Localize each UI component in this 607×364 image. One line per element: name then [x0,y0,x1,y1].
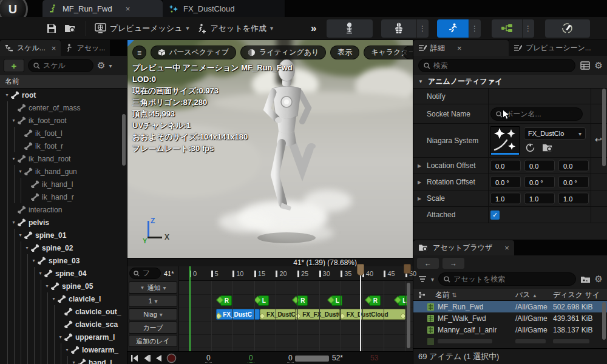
bone-row-interaction[interactable]: interaction [0,203,127,216]
tree-column-header[interactable]: 名前 [0,75,127,89]
location-offset-field-x[interactable]: 0.0 [490,160,521,172]
bone-row-pelvis[interactable]: ▾pelvis [0,216,127,229]
range-max-value[interactable]: 52* [331,354,344,362]
anim-notify-section-header[interactable]: ▼ アニムノーティファイ [413,75,607,89]
bone-row-clavicle_out_[interactable]: clavicle_out_ [0,305,127,318]
hierarchy-column-icon[interactable] [418,291,426,298]
bone-row-spine_03[interactable]: ▾spine_03 [0,254,127,267]
skip-to-start-button[interactable] [130,354,139,363]
location-offset-field-z[interactable]: 0.0 [558,160,589,172]
asset-row-partial[interactable] [413,335,607,347]
bone-row-spine_04[interactable]: ▾spine_04 [0,267,127,280]
gear-icon[interactable]: ⚙ [97,60,105,71]
playhead-handle[interactable] [357,264,364,275]
niagara-notify-block[interactable]: FX_DustCloud [340,309,405,320]
blueprint-mode-options-button[interactable]: ⋮ [522,19,534,38]
display-filter-icon[interactable] [580,61,590,70]
bone-row-root[interactable]: ▾root [0,89,127,101]
scale-field-y[interactable]: 1.0 [524,193,555,204]
physics-mode-button[interactable] [545,19,590,38]
sequence-end-marker[interactable] [404,264,411,274]
expand-toolbar-button[interactable]: » [311,22,316,35]
bone-row-lowerarm_[interactable]: ▾lowerarm_ [0,343,127,356]
bone-row-ik_hand_r[interactable]: ik_hand_r [0,190,127,203]
bone-row-clavicle_sca[interactable]: clavicle_sca [0,318,127,331]
asset-row-MF_Walk_Fwd[interactable]: MF_Walk_Fwd/All/Game439.361 KiB [413,312,607,324]
location-offset-field-y[interactable]: 0.0 [524,160,555,172]
tab-asset-details[interactable]: アセッ... [61,40,110,56]
close-icon[interactable]: × [126,4,131,13]
asset-row-MF_Run_Fwd[interactable]: MF_Run_Fwd/All/Game502.698 KiB [413,301,607,312]
expander-icon[interactable]: ▶ [418,196,421,201]
timeline-ruler[interactable]: 05101520253035404550 [179,266,413,281]
close-icon[interactable]: × [457,44,462,53]
close-icon[interactable]: × [52,44,56,53]
range-scrubber[interactable] [295,356,329,362]
bone-row-ik_foot_r[interactable]: ik_foot_r [0,140,127,152]
details-scrollbar[interactable] [602,89,606,166]
niagara-notify-block[interactable]: FX_DustC [216,309,260,320]
bone-row-upperarm_l[interactable]: ▾upperarm_l [0,331,127,343]
attached-checkbox[interactable]: ✓ [490,211,500,220]
curves-track-header[interactable]: カーブ [129,322,177,334]
viewport-show-pill[interactable]: 表示 [330,46,359,59]
skeleton-mode-button[interactable] [327,19,373,38]
tab-mf-run-fwd[interactable]: MF_Run_Fwd × [42,0,163,17]
add-bone-button[interactable]: + [4,59,24,72]
timeline-grid[interactable]: RLRLRL FX_DustCFX_DustCFX_FX_DustClFX_Du… [179,281,413,351]
close-icon[interactable]: × [504,243,509,252]
asset-row-Manny_calf_l_anir[interactable]: Manny_calf_l_anir/All/Game138.137 KiB [413,324,607,335]
reset-to-default-button[interactable]: ↩ [595,135,602,144]
timeline-filter-input[interactable]: フ [129,268,161,279]
bone-row-spine_02[interactable]: ▾spine_02 [0,241,127,254]
bone-row-ik_foot_l[interactable]: ik_foot_l [0,127,127,140]
details-search-input[interactable]: 検索 [418,59,575,72]
rotation-offset-field-z[interactable]: 0.0 ° [558,177,589,188]
skeleton-search-input[interactable]: スケル [28,59,93,72]
viewport-perspective-pill[interactable]: パースペクティブ [151,46,236,59]
view-range-start[interactable]: 0 [205,354,212,363]
save-button[interactable] [42,21,61,36]
tab-preview-scene[interactable]: プレビューシーン... [509,40,607,56]
mesh-mode-button[interactable] [381,19,416,38]
rotation-offset-field-x[interactable]: 0.0 ° [490,177,521,188]
bone-row-ik_foot_root[interactable]: ▾ik_foot_root [0,114,127,127]
browse-button[interactable] [61,21,81,36]
bone-row-ik_hand_l[interactable]: ik_hand_l [0,178,127,190]
bone-row-center_of_mass[interactable]: center_of_mass [0,101,127,114]
notify-track-header[interactable]: ▼ 通知 ▾ [129,281,177,294]
rotation-offset-field-y[interactable]: 0.0 ° [524,177,555,188]
animation-mode-options-button[interactable]: ⋮ [469,19,481,38]
expander-icon[interactable]: ▶ [418,180,421,185]
create-asset-button[interactable]: アセットを作成 ▾ [192,21,277,36]
column-disk-size[interactable]: ディスク サイ [553,290,600,300]
bone-row-hand_l[interactable]: ▾hand_l [0,356,127,364]
bone-row-clavicle_l[interactable]: ▾clavicle_l [0,292,127,305]
blueprint-mode-button[interactable] [492,19,522,38]
niagara-notify-block[interactable]: FX_FX_DustCl [296,309,340,320]
playhead-line[interactable] [360,266,361,351]
gear-icon[interactable]: ⚙ [595,274,603,285]
record-button[interactable] [166,353,177,363]
asset-search-input[interactable]: アセットを検索 [438,272,576,286]
step-back-button[interactable] [142,354,151,363]
tab-details[interactable]: 詳細 × [413,40,509,56]
asset-scrollbar[interactable] [602,302,606,340]
notify-row[interactable]: Notify [413,89,607,104]
niagara-thumbnail[interactable] [490,126,520,155]
back-button[interactable]: ← [417,258,439,269]
gear-icon[interactable]: ⚙ [595,60,603,71]
viewport-lighting-pill[interactable]: ライティングあり [240,46,326,59]
tab-skeleton-tree[interactable]: スケル... × [0,40,61,56]
current-frame-value[interactable]: 0 [248,354,254,363]
notify-lane-1-header[interactable]: 1 ▾ [129,295,177,307]
column-name[interactable]: 名前 ⇅ [435,290,457,300]
folder-picker-icon[interactable] [580,275,591,283]
preview-mesh-button[interactable]: プレビューメッシュ ▾ [91,21,192,36]
viewport[interactable]: ≡ パースペクティブライティングあり表示キャラクター プレビュー中 アニメーショ… [127,40,413,258]
timeline-scrollbar[interactable] [407,283,410,348]
tab-asset-browser[interactable]: アセットブラウザ × [413,240,514,255]
chevron-down-icon[interactable]: ▾ [431,276,434,283]
scale-field-z[interactable]: 1.0 [558,193,589,204]
chevron-down-icon[interactable]: ▾ [109,62,112,69]
